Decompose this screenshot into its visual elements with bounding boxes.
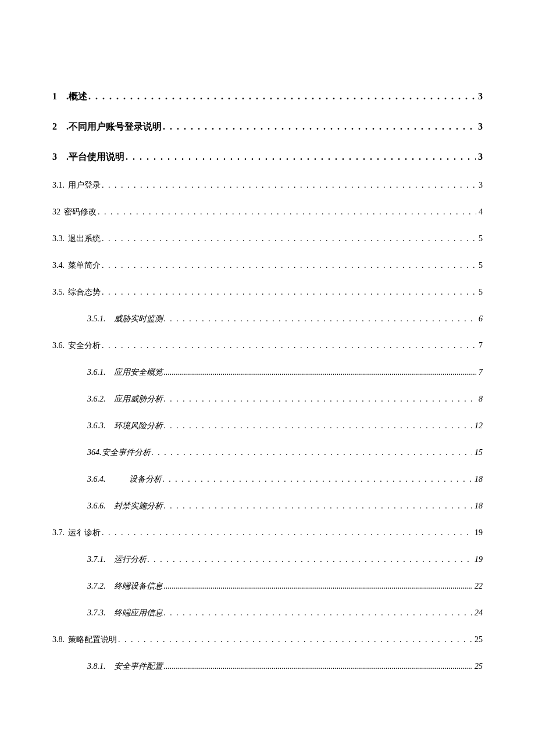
toc-number: 3: [52, 152, 66, 162]
toc-number: 3.8.1.: [87, 662, 114, 671]
toc-leader: [164, 608, 473, 618]
toc-entry[interactable]: 3.6.6.封禁实施分析18: [52, 493, 483, 519]
toc-leader: [163, 475, 473, 484]
toc-leader: [98, 207, 476, 217]
toc-number: 3.6.2.: [87, 395, 114, 404]
toc-title: 安全事件分析: [102, 447, 152, 458]
toc-entry[interactable]: 2.不同用户账号登录说明3: [52, 112, 483, 142]
toc-title: 运彳诊析: [68, 528, 102, 538]
toc-number: 2: [52, 121, 66, 132]
toc-page-number: 18: [472, 475, 483, 484]
toc-leader: [102, 341, 476, 350]
toc-number: 3.6.6.: [87, 501, 114, 511]
toc-entry[interactable]: 3.8.策略配置说明25: [52, 626, 483, 653]
toc-page-number: 5: [476, 261, 483, 270]
toc-page-number: 22: [472, 582, 483, 591]
toc-number: 3.6.4.: [87, 475, 129, 484]
toc-page-number: 24: [472, 608, 483, 618]
toc-title: .不同用户账号登录说明: [66, 121, 163, 133]
toc-page-number: 12: [472, 421, 483, 431]
toc-leader: [118, 635, 472, 644]
toc-entry[interactable]: 3.平台使用说明3: [52, 142, 483, 172]
toc-title: .概述: [66, 91, 88, 103]
toc-page-number: 3: [476, 91, 483, 102]
toc-entry[interactable]: 3.6.3.环境风险分析12: [52, 413, 483, 439]
toc-entry[interactable]: 3.6.4.设备分析18: [52, 466, 483, 493]
toc-leader: [164, 582, 473, 591]
toc-entry[interactable]: 3.1.用户登录3: [52, 172, 483, 199]
toc-number: 3.7.1.: [87, 555, 114, 564]
toc-page-number: 6: [476, 314, 483, 324]
toc-entry[interactable]: 3.6.2.应用威胁分析8: [52, 386, 483, 413]
table-of-contents: 1.概述32.不同用户账号登录说明33.平台使用说明33.1.用户登录332密码…: [52, 81, 483, 680]
toc-leader: [88, 91, 476, 102]
toc-page: 1.概述32.不同用户账号登录说明33.平台使用说明33.1.用户登录332密码…: [0, 0, 535, 756]
toc-entry[interactable]: 3.7.3.终端应用信息24: [52, 600, 483, 626]
toc-title: 威胁实时监测: [114, 314, 164, 324]
toc-title: 应用威胁分析: [114, 394, 164, 404]
toc-number: 3.5.: [52, 288, 68, 297]
toc-number: 3.4.: [52, 261, 68, 270]
toc-entry[interactable]: 3.6.安全分析7: [52, 332, 483, 359]
toc-page-number: 3: [476, 181, 483, 190]
toc-entry[interactable]: 3.8.1.安全事件配置25: [52, 653, 483, 680]
toc-leader: [102, 261, 476, 270]
toc-page-number: 4: [476, 207, 483, 217]
toc-leader: [102, 181, 476, 190]
toc-entry[interactable]: 3.5.1.威胁实时监测6: [52, 306, 483, 332]
toc-title: 综合态势: [68, 287, 102, 298]
toc-title: 菜单简介: [68, 260, 102, 271]
toc-leader: [102, 528, 472, 538]
toc-leader: [126, 152, 476, 162]
toc-entry[interactable]: 3.5.综合态势5: [52, 279, 483, 306]
toc-title: 安全分析: [68, 341, 102, 351]
toc-number: 3.8.: [52, 635, 68, 644]
toc-page-number: 25: [472, 635, 483, 644]
toc-page-number: 15: [472, 448, 483, 457]
toc-entry[interactable]: 3.4.菜单简介5: [52, 252, 483, 279]
toc-entry[interactable]: 32密码修改4: [52, 199, 483, 225]
toc-number: 3.6.: [52, 341, 68, 350]
toc-entry[interactable]: 3.6.1.应用安全概览7: [52, 359, 483, 386]
toc-leader: [164, 395, 477, 404]
toc-leader: [164, 501, 473, 511]
toc-number: 32: [52, 207, 64, 217]
toc-leader: [152, 448, 473, 457]
toc-title: 退出系统: [68, 234, 102, 244]
toc-entry[interactable]: 1.概述3: [52, 81, 483, 112]
toc-title: 封禁实施分析: [114, 501, 164, 511]
toc-entry[interactable]: 364.安全事件分析15: [52, 439, 483, 466]
toc-title: 应用安全概览: [114, 367, 164, 378]
toc-page-number: 5: [476, 288, 483, 297]
toc-leader: [148, 555, 473, 564]
toc-number: 3.7.: [52, 528, 68, 538]
toc-number: 3.5.1.: [87, 314, 114, 324]
toc-page-number: 19: [472, 555, 483, 564]
toc-page-number: 19: [472, 528, 483, 538]
toc-number: 3.6.1.: [87, 368, 114, 377]
toc-leader: [102, 288, 476, 297]
toc-number: 3.6.3.: [87, 421, 114, 431]
toc-page-number: 3: [476, 152, 483, 162]
toc-leader: [163, 121, 476, 132]
toc-entry[interactable]: 3.7.1.运行分析19: [52, 546, 483, 573]
toc-title: 策略配置说明: [68, 635, 118, 645]
toc-page-number: 8: [476, 395, 483, 404]
toc-entry[interactable]: 3.7.2.终端设备信息22: [52, 573, 483, 600]
toc-title: 密码修改: [64, 207, 98, 217]
toc-title: 运行分析: [114, 554, 148, 565]
toc-title: .平台使用说明: [66, 151, 126, 163]
toc-title: 终端设备信息: [114, 581, 164, 592]
toc-number: 3.7.3.: [87, 608, 114, 618]
toc-leader: [164, 421, 473, 431]
toc-page-number: 5: [476, 234, 483, 243]
toc-leader: [164, 662, 473, 671]
toc-number: 3.7.2.: [87, 582, 114, 591]
toc-leader: [164, 368, 477, 377]
toc-title: 设备分析: [129, 474, 163, 485]
toc-entry[interactable]: 3.3.退出系统5: [52, 225, 483, 252]
toc-number: 3.1.: [52, 181, 68, 190]
toc-title: 环境风险分析: [114, 421, 164, 431]
toc-entry[interactable]: 3.7.运彳诊析19: [52, 519, 483, 546]
toc-page-number: 25: [472, 662, 483, 671]
